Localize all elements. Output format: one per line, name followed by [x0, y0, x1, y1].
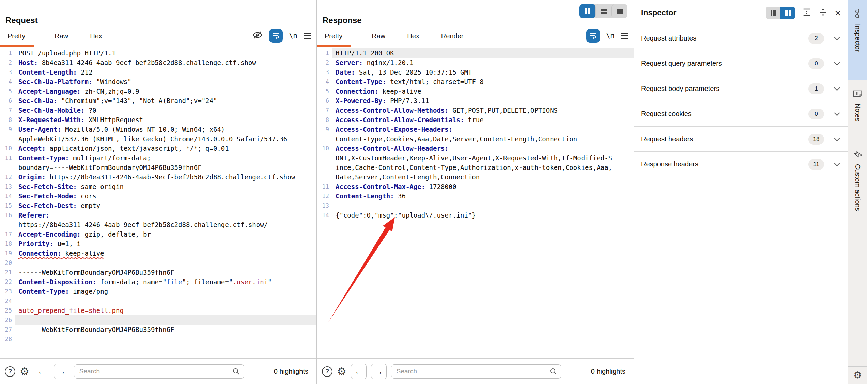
code-line[interactable]: DNT,X-CustomHeader,Keep-Alive,User-Agent… — [317, 153, 634, 163]
inspector-section-request-attributes[interactable]: Request attributes2 — [634, 26, 848, 51]
word-wrap-toggle-button[interactable] — [586, 29, 600, 43]
code-line[interactable]: 22Content-Disposition: form-data; name="… — [0, 277, 316, 287]
code-line[interactable]: 26 — [0, 315, 316, 325]
code-line[interactable]: 2Host: 8b4ea311-4246-4aab-9ecf-bef2b58c2… — [0, 58, 316, 67]
code-line[interactable]: 13Sec-Fetch-Site: same-origin — [0, 182, 316, 191]
chevron-down-icon[interactable] — [834, 35, 840, 41]
response-editor[interactable]: 1HTTP/1.1 200 OK2Server: nginx/1.20.13Da… — [317, 47, 634, 358]
newline-display-toggle[interactable]: \n — [289, 32, 297, 40]
dock-right-button[interactable] — [780, 7, 795, 19]
code-line[interactable]: Content-Type,Cookies,Aaa,Date,Server,Con… — [317, 134, 634, 144]
response-tab-render[interactable]: Render — [440, 32, 465, 47]
collapse-all-icon[interactable] — [802, 7, 811, 18]
code-line[interactable]: 4Sec-Ch-Ua-Platform: "Windows" — [0, 77, 316, 86]
collapse-to-line-icon[interactable] — [818, 7, 828, 18]
chevron-down-icon[interactable] — [834, 60, 840, 66]
search-settings-gear-icon[interactable]: ⚙ — [20, 366, 29, 377]
code-line[interactable]: 5Connection: keep-alive — [317, 86, 634, 96]
request-tab-hex[interactable]: Hex — [89, 32, 104, 47]
response-search-input[interactable] — [391, 364, 561, 379]
code-line[interactable]: 28 — [0, 334, 316, 344]
code-line[interactable]: 23Content-Type: image/png — [0, 287, 316, 296]
code-line[interactable]: 18Priority: u=1, i — [0, 239, 316, 249]
code-line[interactable]: 6Sec-Ch-Ua: "Chromium";v="143", "Not A(B… — [0, 96, 316, 106]
chevron-down-icon[interactable] — [834, 161, 840, 166]
code-line[interactable]: 10Access-Control-Allow-Headers: — [317, 144, 634, 153]
code-line[interactable]: ince,Cache-Control,Content-Type,Authoriz… — [317, 163, 634, 172]
code-line[interactable]: 19Connection: keep-alive — [0, 249, 316, 258]
columns-layout-button[interactable] — [579, 4, 595, 18]
code-line[interactable]: 3Date: Sat, 13 Dec 2025 10:37:15 GMT — [317, 67, 634, 77]
code-line[interactable]: 8X-Requested-With: XMLHttpRequest — [0, 115, 316, 125]
code-line[interactable]: 6X-Powered-By: PHP/7.3.11 — [317, 96, 634, 106]
word-wrap-toggle-button[interactable] — [269, 29, 283, 43]
code-line[interactable]: 9Access-Control-Expose-Headers: — [317, 125, 634, 134]
code-line[interactable]: 14{"code":0,"msg":"upload\/.user.ini"} — [317, 210, 634, 220]
single-layout-button[interactable] — [611, 4, 627, 18]
code-line[interactable]: 11Content-Type: multipart/form-data; — [0, 153, 316, 163]
close-icon[interactable]: × — [835, 7, 841, 18]
code-line[interactable]: 5Accept-Language: zh-CN,zh;q=0.9 — [0, 86, 316, 96]
code-line[interactable]: 17Accept-Encoding: gzip, deflate, br — [0, 229, 316, 239]
menu-icon[interactable] — [621, 33, 628, 39]
code-line[interactable]: Date,Server,Content-Length,Connection — [317, 172, 634, 182]
code-line[interactable]: 4Content-Type: text/html; charset=UTF-8 — [317, 77, 634, 86]
code-line[interactable]: boundary=----WebKitFormBoundaryOMJ4P6Bu3… — [0, 163, 316, 172]
hide-eye-icon[interactable] — [252, 30, 263, 42]
response-tab-pretty[interactable]: Pretty — [317, 32, 351, 47]
line-number: 19 — [0, 249, 15, 258]
response-tab-raw[interactable]: Raw — [370, 32, 387, 47]
inspector-section-request-cookies[interactable]: Request cookies0 — [634, 101, 848, 127]
search-settings-gear-icon[interactable]: ⚙ — [337, 366, 346, 377]
code-line[interactable]: 12Content-Length: 36 — [317, 191, 634, 201]
settings-gear-icon[interactable]: ⚙ — [853, 371, 862, 380]
code-line[interactable]: 27------WebKitFormBoundaryOMJ4P6Bu359fhn… — [0, 325, 316, 334]
next-match-button[interactable]: → — [54, 364, 69, 379]
inspector-section-response-headers[interactable]: Response headers11 — [634, 152, 848, 177]
inspector-section-request-query-parameters[interactable]: Request query parameters0 — [634, 51, 848, 76]
dock-bottom-button[interactable] — [766, 7, 780, 19]
help-icon[interactable]: ? — [5, 366, 15, 377]
code-line[interactable]: 15Sec-Fetch-Dest: empty — [0, 201, 316, 210]
request-tab-raw[interactable]: Raw — [53, 32, 69, 47]
code-line[interactable]: 2Server: nginx/1.20.1 — [317, 58, 634, 67]
code-line[interactable]: AppleWebKit/537.36 (KHTML, like Gecko) C… — [0, 134, 316, 144]
code-line[interactable]: 8Access-Control-Allow-Credentials: true — [317, 115, 634, 125]
code-line[interactable]: 13 — [317, 201, 634, 210]
code-line[interactable]: 3Content-Length: 212 — [0, 67, 316, 77]
next-match-button[interactable]: → — [371, 364, 387, 379]
strip-tab-custom-actions[interactable]: Custom actions — [848, 141, 867, 268]
previous-match-button[interactable]: ← — [34, 364, 49, 379]
newline-display-toggle[interactable]: \n — [606, 32, 615, 40]
code-line[interactable]: 9User-Agent: Mozilla/5.0 (Windows NT 10.… — [0, 125, 316, 134]
help-icon[interactable]: ? — [322, 366, 332, 377]
request-search-input[interactable] — [74, 364, 244, 379]
code-line[interactable]: 7Sec-Ch-Ua-Mobile: ?0 — [0, 106, 316, 115]
code-line[interactable]: 14Sec-Fetch-Mode: cors — [0, 191, 316, 201]
inspector-section-request-body-parameters[interactable]: Request body parameters1 — [634, 76, 848, 101]
previous-match-button[interactable]: ← — [351, 364, 367, 379]
code-line[interactable]: 11Access-Control-Max-Age: 1728000 — [317, 182, 634, 191]
inspector-section-request-headers[interactable]: Request headers18 — [634, 127, 848, 152]
code-line[interactable]: 1POST /upload.php HTTP/1.1 — [0, 48, 316, 58]
chevron-down-icon[interactable] — [834, 85, 840, 91]
code-line[interactable]: 21------WebKitFormBoundaryOMJ4P6Bu359fhn… — [0, 268, 316, 277]
chevron-down-icon[interactable] — [834, 135, 840, 141]
code-line[interactable]: 16Referer: — [0, 210, 316, 220]
request-tab-pretty[interactable]: Pretty — [0, 32, 34, 47]
code-line[interactable]: https://8b4ea311-4246-4aab-9ecf-bef2b58c… — [0, 220, 316, 229]
strip-tab-notes[interactable]: Notes — [848, 80, 867, 141]
code-line[interactable]: 1HTTP/1.1 200 OK — [317, 48, 634, 58]
code-line[interactable]: 7Access-Control-Allow-Methods: GET,POST,… — [317, 106, 634, 115]
code-line[interactable]: 10Accept: application/json, text/javascr… — [0, 144, 316, 153]
response-tab-hex[interactable]: Hex — [406, 32, 421, 47]
request-editor[interactable]: 1POST /upload.php HTTP/1.12Host: 8b4ea31… — [0, 47, 316, 358]
strip-tab-inspector[interactable]: Inspector — [848, 0, 867, 80]
code-line[interactable]: 24 — [0, 296, 316, 306]
menu-icon[interactable] — [304, 33, 311, 39]
code-line[interactable]: 12Origin: https://8b4ea311-4246-4aab-9ec… — [0, 172, 316, 182]
chevron-down-icon[interactable] — [834, 110, 840, 116]
code-line[interactable]: 20 — [0, 258, 316, 268]
code-line[interactable]: 25auto_prepend_file=shell.png — [0, 306, 316, 315]
rows-layout-button[interactable] — [595, 4, 611, 18]
